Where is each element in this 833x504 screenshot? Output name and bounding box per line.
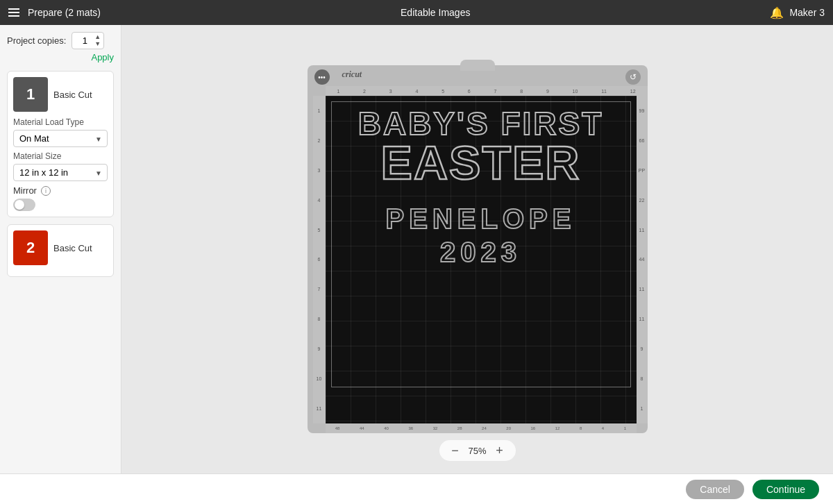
ruler-vertical-left: 1234567891011: [313, 96, 326, 423]
zoom-in-button[interactable]: +: [492, 443, 507, 458]
machine-name: Maker 3: [789, 7, 825, 18]
mat1-number: 1: [26, 85, 35, 103]
mat2-thumbnail: 2: [13, 230, 48, 265]
material-size-select[interactable]: 12 in x 12 in 12 in x 24 in: [13, 164, 108, 181]
mat2-thumb-bg: 2: [13, 230, 48, 265]
mat1-header: 1 Basic Cut: [13, 77, 108, 112]
topbar-right: 🔔 Maker 3: [770, 6, 825, 19]
project-copies-label: Project copies:: [7, 35, 66, 46]
zoom-level: 75%: [468, 446, 486, 456]
mat1-thumb-bg: 1: [13, 77, 48, 112]
cut-area: BABY'S FIRST EASTER PENELOPE 2023: [326, 96, 637, 423]
material-load-type-label: Material Load Type: [13, 117, 108, 127]
mat-card-1: 1 Basic Cut Material Load Type On Mat Wi…: [7, 71, 114, 217]
mat-refresh-button[interactable]: ↺: [625, 69, 641, 85]
copies-input[interactable]: [75, 35, 94, 46]
bell-icon[interactable]: 🔔: [770, 6, 784, 19]
cancel-button[interactable]: Cancel: [686, 480, 744, 499]
mat2-header: 2 Basic Cut: [13, 230, 108, 265]
sidebar: Project copies: ▲ ▼ Apply 1 Basic Cut: [0, 25, 121, 473]
design-line2: EASTER: [381, 140, 581, 185]
mirror-info-icon[interactable]: i: [41, 186, 51, 196]
ruler-horizontal-bottom: 48444036322824201612841: [326, 423, 637, 433]
mat2-label: Basic Cut: [53, 243, 92, 253]
mirror-row: Mirror i: [13, 185, 108, 196]
continue-button[interactable]: Continue: [752, 480, 819, 499]
hamburger-icon[interactable]: [8, 8, 19, 17]
design-line4: 2023: [440, 237, 521, 267]
topbar: Prepare (2 mats) Editable Images 🔔 Maker…: [0, 0, 833, 25]
copies-input-wrap: ▲ ▼: [71, 32, 104, 49]
mat1-thumbnail: 1: [13, 77, 48, 112]
copies-up-arrow[interactable]: ▲: [94, 34, 101, 40]
project-copies-row: Project copies: ▲ ▼: [7, 32, 114, 49]
design-content: BABY'S FIRST EASTER PENELOPE 2023: [331, 101, 631, 387]
ruler-vertical-right: 9966PP2211441111981: [637, 96, 648, 423]
ruler-horizontal-top: 123456789101112: [326, 86, 648, 96]
toggle-knob: [15, 200, 24, 210]
topbar-left: Prepare (2 mats): [8, 7, 101, 18]
main-content: Project copies: ▲ ▼ Apply 1 Basic Cut: [0, 25, 833, 473]
mat1-label: Basic Cut: [53, 90, 92, 100]
material-size-wrapper: 12 in x 12 in 12 in x 24 in ▼: [13, 164, 108, 181]
material-load-type-wrapper: On Mat Without Mat ▼: [13, 130, 108, 147]
mat-card-2: 2 Basic Cut: [7, 224, 114, 277]
topbar-title: Prepare (2 mats): [28, 7, 101, 18]
mat-options-button[interactable]: •••: [314, 69, 330, 85]
copies-down-arrow[interactable]: ▼: [94, 41, 101, 47]
design-line3: PENELOPE: [386, 201, 576, 237]
material-load-type-select[interactable]: On Mat Without Mat: [13, 130, 108, 147]
mat2-number: 2: [26, 239, 35, 257]
apply-button[interactable]: Apply: [7, 52, 114, 62]
copies-arrows: ▲ ▼: [94, 34, 101, 47]
cricut-logo: cricut: [342, 69, 362, 80]
design-line1: BABY'S FIRST: [358, 107, 604, 140]
mat-outer: cricut ••• ↺ 123456789101112 12345678910…: [308, 65, 648, 433]
material-size-label: Material Size: [13, 151, 108, 161]
bottom-bar: Cancel Continue: [0, 473, 833, 504]
mat-top-handle: [460, 60, 495, 71]
zoom-controls: − 75% +: [439, 440, 515, 461]
mirror-label: Mirror: [13, 185, 37, 196]
mirror-toggle[interactable]: [13, 199, 35, 211]
zoom-out-button[interactable]: −: [447, 443, 462, 458]
topbar-center-title: Editable Images: [401, 7, 470, 18]
canvas-area: cricut ••• ↺ 123456789101112 12345678910…: [121, 25, 833, 473]
